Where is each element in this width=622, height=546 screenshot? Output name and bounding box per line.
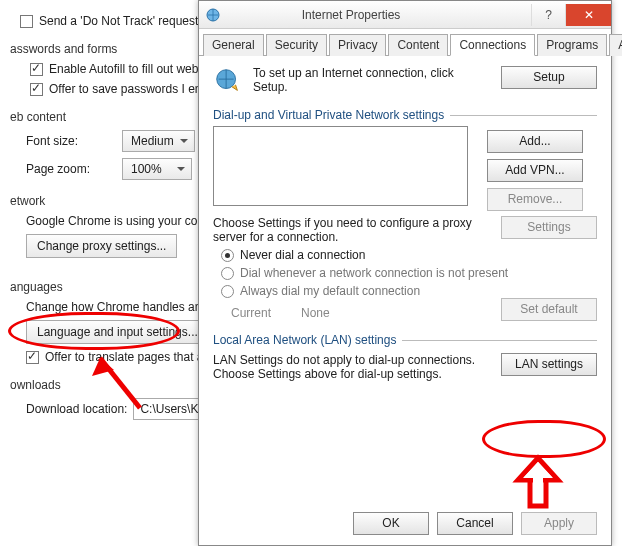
help-button[interactable]: ? — [531, 4, 565, 26]
autofill-checkbox[interactable] — [30, 63, 43, 76]
dialup-group-label: Dial-up and Virtual Private Network sett… — [213, 108, 597, 122]
setup-text: To set up an Internet connection, click … — [253, 66, 491, 94]
tab-advanced[interactable]: Advanced — [609, 34, 622, 56]
internet-properties-dialog: Internet Properties ? ✕ General Security… — [198, 0, 612, 546]
font-size-label: Font size: — [26, 134, 116, 148]
apply-button: Apply — [521, 512, 597, 535]
language-settings-button[interactable]: Language and input settings... — [26, 320, 209, 344]
radio-dial-when — [221, 267, 234, 280]
tab-content[interactable]: Content — [388, 34, 448, 56]
change-proxy-button[interactable]: Change proxy settings... — [26, 234, 177, 258]
savepwd-checkbox[interactable] — [30, 83, 43, 96]
tab-security[interactable]: Security — [266, 34, 327, 56]
tab-programs[interactable]: Programs — [537, 34, 607, 56]
download-location-label: Download location: — [26, 402, 127, 416]
internet-options-icon — [205, 7, 221, 23]
add-button[interactable]: Add... — [487, 130, 583, 153]
tab-strip: General Security Privacy Content Connect… — [199, 29, 611, 56]
radio-always-label: Always dial my default connection — [240, 284, 420, 298]
current-label: Current — [231, 306, 271, 320]
settings-button: Settings — [501, 216, 597, 239]
choose-settings-text: Choose Settings if you need to configure… — [213, 216, 491, 244]
ok-button[interactable]: OK — [353, 512, 429, 535]
tab-privacy[interactable]: Privacy — [329, 34, 386, 56]
remove-button: Remove... — [487, 188, 583, 211]
radio-never-dial[interactable] — [221, 249, 234, 262]
lan-group-label: Local Area Network (LAN) settings — [213, 333, 597, 347]
zoom-select[interactable]: 100% — [122, 158, 192, 180]
radio-dial-label: Dial whenever a network connection is no… — [240, 266, 508, 280]
dialup-header-text: Dial-up and Virtual Private Network sett… — [213, 108, 444, 122]
cancel-button[interactable]: Cancel — [437, 512, 513, 535]
connections-listbox[interactable] — [213, 126, 468, 206]
translate-checkbox[interactable] — [26, 351, 39, 364]
add-vpn-button[interactable]: Add VPN... — [487, 159, 583, 182]
titlebar: Internet Properties ? ✕ — [199, 1, 611, 29]
radio-always-dial — [221, 285, 234, 298]
current-value: None — [301, 306, 330, 320]
dialog-title: Internet Properties — [231, 8, 531, 22]
tab-general[interactable]: General — [203, 34, 264, 56]
font-size-select[interactable]: Medium — [122, 130, 195, 152]
lan-settings-button[interactable]: LAN settings — [501, 353, 597, 376]
set-default-button: Set default — [501, 298, 597, 321]
dialog-body: To set up an Internet connection, click … — [199, 56, 611, 391]
tab-connections[interactable]: Connections — [450, 34, 535, 56]
radio-never-label: Never dial a connection — [240, 248, 365, 262]
lan-text: LAN Settings do not apply to dial-up con… — [213, 353, 491, 381]
lan-header-text: Local Area Network (LAN) settings — [213, 333, 396, 347]
close-button[interactable]: ✕ — [565, 4, 611, 26]
setup-button[interactable]: Setup — [501, 66, 597, 89]
zoom-label: Page zoom: — [26, 162, 116, 176]
globe-icon — [213, 66, 243, 96]
dnt-checkbox[interactable] — [20, 15, 33, 28]
